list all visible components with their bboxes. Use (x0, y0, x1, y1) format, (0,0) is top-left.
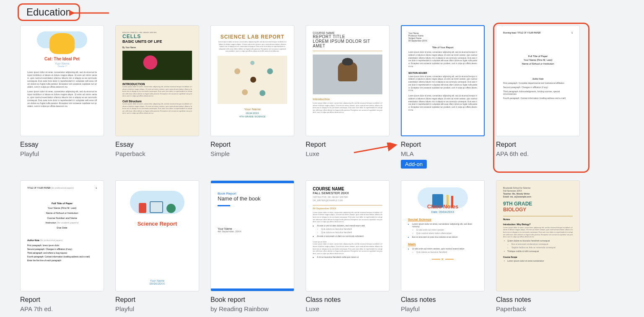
template-title: Report (401, 140, 485, 149)
template-report-mla[interactable]: Your Name Professor Name Subject Name 04… (401, 25, 485, 169)
template-report-playful[interactable]: Science Report Your Name 09/04/20XX Repo… (115, 180, 199, 312)
template-thumbnail: Book Report Name of the book Your Name 4… (210, 180, 294, 291)
template-subtitle: MLA (401, 150, 485, 157)
template-book-report[interactable]: Book Report Name of the book Your Name 4… (210, 180, 294, 312)
template-title: Report (115, 296, 199, 304)
template-title: Book report (210, 296, 294, 304)
template-thumbnail: Science Report Your Name 09/04/20XX (115, 180, 199, 291)
template-essay-paperback[interactable]: BIOLOGY PERIOD 1 • MS. WENDY WRITER CELL… (115, 25, 199, 169)
template-classnotes-luxe[interactable]: COURSE NAME FALL SEMESTER 20XX INSTRUCTO… (306, 180, 390, 312)
template-subtitle: Paperback (496, 305, 580, 312)
template-thumbnail: Cat: The Ideal Pet Your Name Grade 7 Lor… (20, 25, 104, 136)
annotation-arrow-left (69, 8, 111, 18)
template-thumbnail: Brookside School for Science Fall Semest… (496, 180, 580, 291)
template-title: Class notes (401, 296, 485, 304)
template-essay-playful[interactable]: Cat: The Ideal Pet Your Name Grade 7 Lor… (20, 25, 104, 169)
template-thumbnail: SCIENCE LAB REPORT Lorem ipsum dolor sit… (210, 25, 294, 136)
template-subtitle: Luxe (306, 305, 390, 312)
template-subtitle: Simple (210, 150, 294, 157)
template-title: Essay (115, 140, 199, 149)
svg-line-1 (354, 145, 395, 153)
template-title: Essay (20, 140, 104, 149)
annotation-arrow-right (352, 143, 398, 155)
template-subtitle: Playful (115, 305, 199, 312)
template-thumbnail: Running head: TITLE OF YOUR PAPER 1 Full… (496, 25, 580, 136)
template-classnotes-playful[interactable]: Class Notes Date: 09/04/20XX Social Scie… (401, 180, 485, 312)
template-thumbnail: TITLE OF YOUR PAPER (for professional pa… (20, 180, 104, 291)
template-thumbnail: Your Name Professor Name Subject Name 04… (401, 25, 485, 136)
template-subtitle: APA 7th ed. (20, 305, 104, 312)
template-thumbnail: BIOLOGY PERIOD 1 • MS. WENDY WRITER CELL… (115, 25, 199, 136)
template-subtitle: Playful (401, 305, 485, 312)
template-subtitle: Paperback (115, 150, 199, 157)
template-title: Class notes (496, 296, 580, 304)
template-title: Report (496, 140, 580, 149)
template-report-simple[interactable]: SCIENCE LAB REPORT Lorem ipsum dolor sit… (210, 25, 294, 169)
template-gallery: Cat: The Ideal Pet Your Name Grade 7 Lor… (20, 25, 580, 312)
template-title: Class notes (306, 296, 390, 304)
template-thumbnail: COURSE NAME FALL SEMESTER 20XX INSTRUCTO… (306, 180, 390, 291)
template-subtitle: Playful (20, 150, 104, 157)
template-report-apa7[interactable]: TITLE OF YOUR PAPER (for professional pa… (20, 180, 104, 312)
template-report-apa6[interactable]: Running head: TITLE OF YOUR PAPER 1 Full… (496, 25, 580, 169)
template-subtitle: APA 6th ed. (496, 150, 580, 157)
template-thumbnail: Class Notes Date: 09/04/20XX Social Scie… (401, 180, 485, 291)
template-classnotes-paperback[interactable]: Brookside School for Science Fall Semest… (496, 180, 580, 312)
template-thumbnail: COURSE NAME REPORT TITLE LOREM IPSUM DOL… (306, 25, 390, 136)
addon-badge: Add-on (401, 160, 427, 169)
template-title: Report (210, 140, 294, 149)
template-title: Report (20, 296, 104, 304)
template-subtitle: by Reading Rainbow (210, 305, 294, 312)
